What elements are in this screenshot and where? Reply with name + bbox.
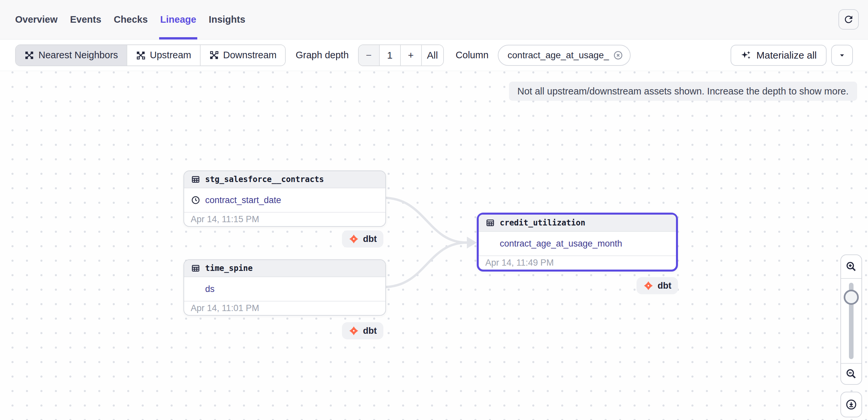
refresh-icon: [843, 14, 854, 25]
node-timestamp: Apr 14, 11:15 PM: [184, 212, 385, 226]
export-image-button[interactable]: [840, 392, 862, 417]
lineage-canvas[interactable]: Not all upstream/downstream assets shown…: [0, 71, 868, 420]
table-icon: [485, 218, 495, 228]
lineage-edges: [0, 71, 868, 420]
download-icon: [845, 398, 858, 411]
zoom-out-icon: [845, 368, 857, 380]
nearest-neighbors-icon: [24, 50, 34, 60]
sparkles-icon: [740, 50, 752, 61]
dbt-badge: dbt: [342, 230, 383, 248]
depth-notice: Not all upstream/downstream assets shown…: [509, 82, 857, 101]
tab-checks[interactable]: Checks: [114, 0, 148, 39]
table-icon: [191, 174, 200, 184]
column-label: Column: [456, 50, 489, 61]
lineage-toolbar: Nearest Neighbors Upstream Downstream Gr…: [0, 39, 868, 71]
node-column-row[interactable]: contract_age_at_usage_month: [479, 232, 676, 255]
graph-depth-label: Graph depth: [296, 50, 348, 61]
materialize-all-button[interactable]: Materialize all: [731, 45, 827, 66]
node-header: time_spine: [184, 260, 385, 277]
refresh-button[interactable]: [838, 9, 859, 30]
chevron-down-icon: [838, 51, 846, 60]
mode-downstream[interactable]: Downstream: [200, 45, 285, 65]
dbt-logo-icon: [348, 234, 359, 244]
top-nav: Overview Events Checks Lineage Insights: [0, 0, 868, 39]
column-name: contract_start_date: [205, 195, 281, 205]
table-icon: [191, 263, 200, 273]
depth-all-button[interactable]: All: [422, 45, 443, 65]
node-credit-utilization[interactable]: credit_utilization contract_age_at_usage…: [477, 213, 678, 272]
dbt-badge-label: dbt: [363, 234, 377, 244]
remove-column-filter-icon[interactable]: [613, 50, 623, 61]
mode-nearest-neighbors[interactable]: Nearest Neighbors: [16, 45, 127, 65]
node-time-spine[interactable]: time_spine ds Apr 14, 11:01 PM: [183, 259, 386, 316]
mode-label: Downstream: [223, 50, 277, 61]
column-name: ds: [205, 284, 215, 294]
node-title: stg_salesforce__contracts: [205, 175, 324, 184]
materialize-options-button[interactable]: [831, 45, 853, 66]
dbt-badge: dbt: [637, 277, 678, 294]
tab-lineage[interactable]: Lineage: [160, 0, 196, 39]
graph-depth-control: − 1 + All: [358, 45, 444, 66]
mode-toggle-group: Nearest Neighbors Upstream Downstream: [15, 45, 286, 66]
node-stg-salesforce-contracts[interactable]: stg_salesforce__contracts contract_start…: [183, 170, 386, 227]
zoom-slider-track[interactable]: [849, 283, 854, 359]
depth-increment-button[interactable]: +: [401, 45, 422, 65]
mode-label: Upstream: [150, 50, 191, 61]
mode-upstream[interactable]: Upstream: [127, 45, 200, 65]
zoom-slider[interactable]: [841, 279, 861, 363]
tab-insights[interactable]: Insights: [209, 0, 245, 39]
column-name: contract_age_at_usage_month: [500, 239, 622, 249]
node-header: credit_utilization: [479, 215, 676, 232]
node-column-row[interactable]: ds: [184, 277, 385, 301]
mode-label: Nearest Neighbors: [38, 50, 118, 61]
zoom-out-button[interactable]: [841, 363, 861, 384]
tab-events[interactable]: Events: [70, 0, 101, 39]
materialize-all-label: Materialize all: [756, 50, 817, 61]
node-title: credit_utilization: [500, 218, 585, 227]
zoom-slider-handle[interactable]: [844, 290, 859, 305]
dbt-badge-label: dbt: [363, 326, 377, 336]
column-filter-value: contract_age_at_usage_: [508, 50, 609, 61]
dbt-badge-label: dbt: [658, 281, 671, 291]
node-timestamp: Apr 14, 11:01 PM: [184, 301, 385, 315]
dbt-badge: dbt: [342, 322, 383, 339]
depth-decrement-button[interactable]: −: [359, 45, 380, 65]
dbt-logo-icon: [348, 326, 359, 336]
dbt-logo-icon: [643, 280, 654, 291]
zoom-panel: [840, 254, 862, 385]
column-filter-tag: contract_age_at_usage_: [498, 45, 631, 66]
node-timestamp: Apr 14, 11:49 PM: [479, 255, 676, 270]
node-title: time_spine: [205, 264, 253, 273]
tab-overview[interactable]: Overview: [15, 0, 58, 39]
zoom-in-icon: [845, 261, 857, 273]
zoom-in-button[interactable]: [841, 255, 861, 279]
upstream-icon: [136, 50, 146, 60]
depth-value: 1: [380, 45, 401, 65]
downstream-icon: [209, 50, 219, 60]
clock-icon: [191, 195, 200, 205]
node-header: stg_salesforce__contracts: [184, 171, 385, 188]
node-column-row[interactable]: contract_start_date: [184, 188, 385, 212]
